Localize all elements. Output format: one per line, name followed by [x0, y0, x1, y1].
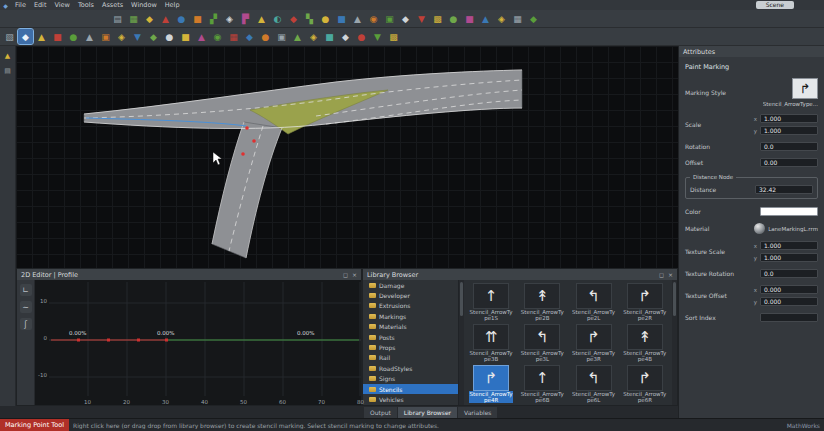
side-tool-icon[interactable]: ▲: [2, 50, 13, 61]
stencil-item[interactable]: ↱ Stencil_ArrowType2R: [621, 283, 669, 321]
menu-item[interactable]: Help: [161, 1, 184, 9]
library-folder-item[interactable]: Damage: [363, 280, 458, 290]
marking-tool-icon[interactable]: ◆: [146, 29, 161, 44]
stencil-item[interactable]: ↱ Stencil_ArrowType3R: [570, 324, 618, 362]
road-tool-icon[interactable]: ◉: [366, 11, 381, 26]
marking-tool-icon[interactable]: ▦: [226, 29, 241, 44]
marking-tool-icon[interactable]: ▲: [194, 29, 209, 44]
marking-tool-icon[interactable]: ▩: [386, 29, 401, 44]
texture-scale-y-field[interactable]: 1.000: [760, 253, 818, 262]
stencil-item[interactable]: ↟ Stencil_ArrowType4B: [621, 324, 669, 362]
library-folder-item[interactable]: Props: [363, 342, 458, 352]
marking-tool-icon[interactable]: ▲: [34, 29, 49, 44]
texture-rotation-field[interactable]: 0.0: [760, 269, 818, 278]
profile-curve-tool-icon[interactable]: ∼: [20, 301, 32, 313]
scene-viewport[interactable]: [16, 46, 678, 268]
marking-point-node[interactable]: [245, 126, 249, 130]
marking-tool-icon[interactable]: ■: [178, 29, 193, 44]
road-tool-icon[interactable]: ▛: [238, 11, 253, 26]
marking-tool-icon[interactable]: ▼: [130, 29, 145, 44]
road-tool-icon[interactable]: ●: [318, 11, 333, 26]
library-folder-item[interactable]: Signs: [363, 374, 458, 384]
road-tool-icon[interactable]: ▩: [430, 11, 445, 26]
marking-tool-icon[interactable]: ●: [354, 29, 369, 44]
library-folder-item[interactable]: Stencils: [363, 384, 458, 394]
marking-tool-icon[interactable]: ●: [162, 29, 177, 44]
texture-scale-x-field[interactable]: 1.000: [760, 241, 818, 250]
library-folder-item[interactable]: Extrusions: [363, 301, 458, 311]
library-folder-item[interactable]: RoadStyles: [363, 363, 458, 373]
library-folder-item[interactable]: Markings: [363, 311, 458, 321]
road-tool-icon[interactable]: ◆: [526, 11, 541, 26]
library-folder-item[interactable]: Rail: [363, 353, 458, 363]
marking-tool-icon[interactable]: ◆: [338, 29, 353, 44]
stencil-item[interactable]: ↑ Stencil_ArrowType1S: [467, 283, 515, 321]
road-tool-icon[interactable]: ■: [462, 11, 477, 26]
marking-style-thumbnail[interactable]: ↱: [792, 78, 818, 99]
road-tool-icon[interactable]: ▲: [350, 11, 365, 26]
marking-tool-icon[interactable]: ▼: [370, 29, 385, 44]
road-tool-icon[interactable]: ▲: [158, 11, 173, 26]
marking-point-node[interactable]: [241, 152, 245, 156]
grid-scrollbar[interactable]: [672, 280, 677, 405]
menu-item[interactable]: View: [50, 1, 73, 9]
bottom-tab[interactable]: Output: [364, 407, 397, 418]
road-tool-icon[interactable]: ▲: [478, 11, 493, 26]
road-tool-icon[interactable]: ▚: [302, 11, 317, 26]
road-tool-icon[interactable]: ▞: [206, 11, 221, 26]
library-folder-item[interactable]: Posts: [363, 332, 458, 342]
sort-index-field[interactable]: [760, 313, 818, 322]
menu-item[interactable]: Tools: [74, 1, 98, 9]
bottom-tab[interactable]: Library Browser: [398, 407, 457, 418]
scale-x-field[interactable]: 1.000: [760, 114, 818, 123]
close-panel-icon[interactable]: ×: [352, 271, 357, 278]
stencil-item[interactable]: ⇈ Stencil_ArrowType3B: [467, 324, 515, 362]
stencil-item[interactable]: ↟ Stencil_ArrowType2B: [518, 283, 566, 321]
marking-tool-icon[interactable]: ◈: [114, 29, 129, 44]
marking-tool-icon[interactable]: ▲: [290, 29, 305, 44]
road-tool-icon[interactable]: ●: [174, 11, 189, 26]
marking-tool-icon[interactable]: ●: [258, 29, 273, 44]
road-tool-icon[interactable]: ●: [446, 11, 461, 26]
stencil-item[interactable]: ↰ Stencil_ArrowType6L: [570, 365, 618, 403]
profile-curve-tool-icon[interactable]: ∟: [20, 284, 32, 296]
road-tool-icon[interactable]: ◈: [494, 11, 509, 26]
marking-tool-icon[interactable]: ◆: [18, 29, 33, 44]
road-tool-icon[interactable]: ◆: [398, 11, 413, 26]
tree-scrollbar[interactable]: [459, 280, 464, 405]
color-swatch[interactable]: [760, 207, 818, 216]
stencil-item[interactable]: ↱ Stencil_ArrowType4R: [467, 365, 515, 403]
road-tool-icon[interactable]: ▦: [126, 11, 141, 26]
menu-item[interactable]: Window: [127, 1, 161, 9]
profile-curve-tool-icon[interactable]: ʃ: [20, 318, 32, 330]
side-tool-icon[interactable]: ▤: [2, 65, 13, 76]
marking-tool-icon[interactable]: ●: [66, 29, 81, 44]
marking-tool-icon[interactable]: ▣: [274, 29, 289, 44]
stencil-item[interactable]: ↑ Stencil_ArrowType6B: [518, 365, 566, 403]
marking-tool-icon[interactable]: ■: [50, 29, 65, 44]
stencil-item[interactable]: ↱ Stencil_ArrowType6R: [621, 365, 669, 403]
menu-item[interactable]: File: [11, 1, 30, 9]
float-panel-icon[interactable]: ◻: [343, 271, 348, 278]
road-tool-icon[interactable]: ▤: [110, 11, 125, 26]
float-panel-icon[interactable]: ◻: [659, 271, 664, 278]
elevation-plot[interactable]: 100-10 1020304050607080 0.00%0.00%0.00%: [35, 280, 361, 405]
marking-tool-icon[interactable]: ▧: [2, 29, 17, 44]
library-folder-item[interactable]: Developer: [363, 290, 458, 300]
road-tool-icon[interactable]: ▲: [254, 11, 269, 26]
marking-tool-icon[interactable]: ■: [322, 29, 337, 44]
bottom-tab[interactable]: Variables: [458, 407, 497, 418]
library-folder-item[interactable]: Materials: [363, 322, 458, 332]
texture-offset-y-field[interactable]: 0.000: [760, 297, 818, 306]
road-tool-icon[interactable]: ◆: [286, 11, 301, 26]
material-sphere-icon[interactable]: [754, 223, 765, 234]
road-tool-icon[interactable]: ◈: [222, 11, 237, 26]
road-tool-icon[interactable]: ■: [334, 11, 349, 26]
road-tool-icon[interactable]: ▦: [510, 11, 525, 26]
road-tool-icon[interactable]: ▼: [414, 11, 429, 26]
marking-tool-icon[interactable]: ▲: [82, 29, 97, 44]
road-tool-icon[interactable]: ■: [190, 11, 205, 26]
road-tool-icon[interactable]: ◆: [142, 11, 157, 26]
marking-tool-icon[interactable]: ◆: [242, 29, 257, 44]
offset-field[interactable]: 0.00: [760, 158, 818, 167]
